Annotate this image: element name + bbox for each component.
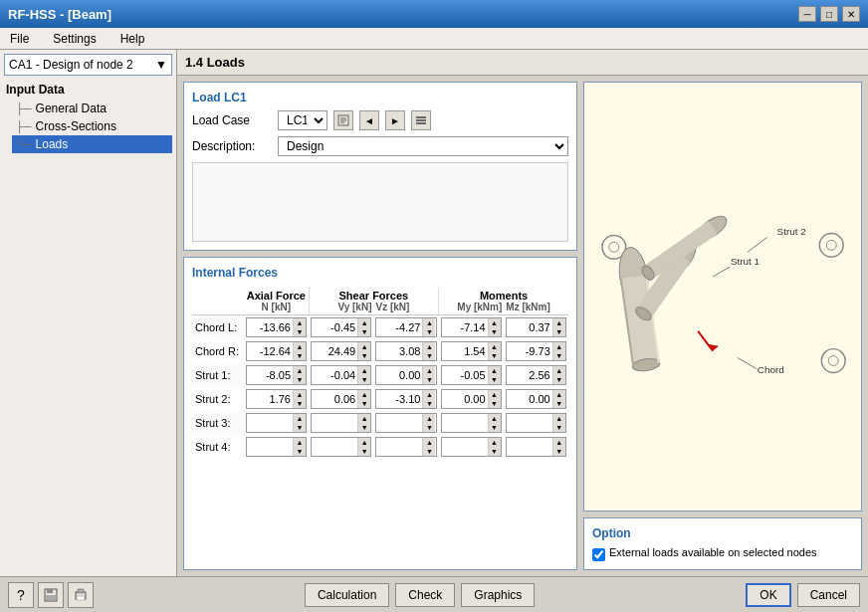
- print-icon-button[interactable]: [68, 582, 94, 608]
- input-n-2[interactable]: [247, 366, 293, 384]
- spin-mz-down-2[interactable]: ▼: [553, 375, 565, 384]
- input-n-4[interactable]: [247, 414, 293, 432]
- input-my-4[interactable]: [442, 414, 488, 432]
- spin-vy-down-3[interactable]: ▼: [358, 399, 370, 408]
- menu-help[interactable]: Help: [114, 30, 151, 48]
- load-case-list-button[interactable]: [411, 110, 431, 130]
- input-vz-5[interactable]: [376, 438, 422, 456]
- spin-mz-up-0[interactable]: ▲: [553, 318, 565, 327]
- input-mz-4[interactable]: [507, 414, 552, 432]
- spin-n-up-5[interactable]: ▲: [294, 438, 306, 447]
- spinner-n-3[interactable]: ▲ ▼: [246, 389, 307, 409]
- load-case-select[interactable]: LC1: [278, 110, 327, 130]
- spinner-vz-0[interactable]: ▲ ▼: [375, 317, 436, 337]
- spin-vz-down-0[interactable]: ▼: [423, 327, 435, 336]
- spin-vy-down-2[interactable]: ▼: [358, 375, 370, 384]
- help-icon-button[interactable]: ?: [8, 582, 34, 608]
- input-mz-0[interactable]: [507, 318, 552, 336]
- spin-n-down-2[interactable]: ▼: [294, 375, 306, 384]
- ok-button[interactable]: OK: [746, 583, 790, 607]
- input-vy-3[interactable]: [312, 390, 357, 408]
- spin-vy-down-5[interactable]: ▼: [358, 447, 370, 456]
- input-mz-1[interactable]: [507, 342, 552, 360]
- spin-vy-up-5[interactable]: ▲: [358, 438, 370, 447]
- spin-n-down-1[interactable]: ▼: [294, 351, 306, 360]
- spinner-vz-1[interactable]: ▲ ▼: [375, 341, 436, 361]
- spinner-n-4[interactable]: ▲ ▼: [246, 413, 307, 433]
- spin-vy-down-1[interactable]: ▼: [358, 351, 370, 360]
- spin-vz-up-4[interactable]: ▲: [423, 414, 435, 423]
- input-vz-0[interactable]: [376, 318, 422, 336]
- input-mz-5[interactable]: [507, 438, 552, 456]
- sidebar-item-cross-sections[interactable]: ├─ Cross-Sections: [12, 117, 172, 135]
- external-loads-checkbox-label[interactable]: External loads available on selected nod…: [592, 546, 853, 561]
- spin-n-down-5[interactable]: ▼: [294, 447, 306, 456]
- spin-vz-up-1[interactable]: ▲: [423, 342, 435, 351]
- spinner-n-0[interactable]: ▲ ▼: [246, 317, 307, 337]
- input-my-2[interactable]: [442, 366, 488, 384]
- spinner-vz-2[interactable]: ▲ ▼: [375, 365, 436, 385]
- spin-my-up-1[interactable]: ▲: [489, 342, 501, 351]
- spin-n-up-1[interactable]: ▲: [294, 342, 306, 351]
- spin-mz-up-3[interactable]: ▲: [553, 390, 565, 399]
- spinner-vz-5[interactable]: ▲ ▼: [375, 437, 436, 457]
- spin-n-up-4[interactable]: ▲: [294, 414, 306, 423]
- input-my-5[interactable]: [442, 438, 488, 456]
- spin-vz-down-4[interactable]: ▼: [423, 423, 435, 432]
- spin-vz-up-5[interactable]: ▲: [423, 438, 435, 447]
- external-loads-checkbox[interactable]: [592, 548, 605, 561]
- spin-mz-down-0[interactable]: ▼: [553, 327, 565, 336]
- spinner-my-2[interactable]: ▲ ▼: [441, 365, 502, 385]
- input-n-3[interactable]: [247, 390, 293, 408]
- spin-vz-up-2[interactable]: ▲: [423, 366, 435, 375]
- design-case-dropdown[interactable]: CA1 - Design of node 2 ▼: [4, 54, 172, 76]
- spinner-my-3[interactable]: ▲ ▼: [441, 389, 502, 409]
- spin-my-down-5[interactable]: ▼: [489, 447, 501, 456]
- spin-mz-up-1[interactable]: ▲: [553, 342, 565, 351]
- spin-my-up-4[interactable]: ▲: [489, 414, 501, 423]
- spin-n-down-3[interactable]: ▼: [294, 399, 306, 408]
- spinner-mz-3[interactable]: ▲ ▼: [506, 389, 566, 409]
- spin-vz-up-3[interactable]: ▲: [423, 390, 435, 399]
- spin-n-down-4[interactable]: ▼: [294, 423, 306, 432]
- menu-settings[interactable]: Settings: [47, 30, 102, 48]
- spin-my-down-1[interactable]: ▼: [489, 351, 501, 360]
- spinner-vy-4[interactable]: ▲ ▼: [311, 413, 371, 433]
- load-case-edit-button[interactable]: [333, 110, 353, 130]
- input-vy-2[interactable]: [312, 366, 357, 384]
- spin-mz-down-4[interactable]: ▼: [553, 423, 565, 432]
- save-icon-button[interactable]: [38, 582, 64, 608]
- input-vz-4[interactable]: [376, 414, 422, 432]
- sidebar-item-loads[interactable]: └─ Loads: [12, 135, 172, 153]
- calculation-button[interactable]: Calculation: [305, 583, 389, 607]
- spin-n-up-0[interactable]: ▲: [294, 318, 306, 327]
- spin-my-down-3[interactable]: ▼: [489, 399, 501, 408]
- spin-mz-down-1[interactable]: ▼: [553, 351, 565, 360]
- spin-vz-down-2[interactable]: ▼: [423, 375, 435, 384]
- close-button[interactable]: ✕: [842, 6, 860, 22]
- spinner-my-5[interactable]: ▲ ▼: [441, 437, 502, 457]
- description-select[interactable]: Design: [278, 136, 568, 156]
- input-vy-0[interactable]: [312, 318, 357, 336]
- spin-vz-down-1[interactable]: ▼: [423, 351, 435, 360]
- spin-mz-up-5[interactable]: ▲: [553, 438, 565, 447]
- spin-vz-up-0[interactable]: ▲: [423, 318, 435, 327]
- input-vz-3[interactable]: [376, 390, 422, 408]
- input-my-3[interactable]: [442, 390, 488, 408]
- minimize-button[interactable]: ─: [798, 6, 816, 22]
- spin-vy-down-0[interactable]: ▼: [358, 327, 370, 336]
- check-button[interactable]: Check: [395, 583, 455, 607]
- spin-n-up-2[interactable]: ▲: [294, 366, 306, 375]
- input-vy-4[interactable]: [312, 414, 357, 432]
- input-vz-1[interactable]: [376, 342, 422, 360]
- spin-my-up-0[interactable]: ▲: [489, 318, 501, 327]
- spinner-mz-0[interactable]: ▲ ▼: [506, 317, 566, 337]
- spinner-n-2[interactable]: ▲ ▼: [246, 365, 307, 385]
- input-n-5[interactable]: [247, 438, 293, 456]
- spinner-vy-5[interactable]: ▲ ▼: [311, 437, 371, 457]
- spinner-n-1[interactable]: ▲ ▼: [246, 341, 307, 361]
- spin-my-down-4[interactable]: ▼: [489, 423, 501, 432]
- spin-my-up-2[interactable]: ▲: [489, 366, 501, 375]
- spinner-my-4[interactable]: ▲ ▼: [441, 413, 502, 433]
- spinner-vy-0[interactable]: ▲ ▼: [311, 317, 371, 337]
